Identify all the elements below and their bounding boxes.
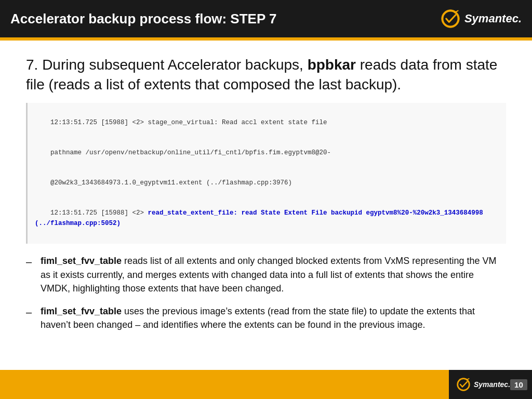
code-line3: @20w2k3_1343684973.1.0_egyptvm11.extent …	[50, 179, 292, 187]
step-bold-word: bpbkar	[308, 57, 356, 73]
step-intro-text: 7. During subsequent Accelerator backups…	[26, 57, 308, 73]
bullet-text-1: fiml_set_fvv_table reads list of all ext…	[41, 254, 506, 295]
symantec-logo-icon	[441, 9, 460, 29]
bullet2-bold: fiml_set_fvv_table	[41, 306, 122, 316]
page-number: 10	[510, 379, 527, 390]
code-line1: 12:13:51.725 [15988] <2> stage_one_virtu…	[50, 119, 327, 126]
code-block: 12:13:51.725 [15988] <2> stage_one_virtu…	[26, 103, 506, 244]
bullet-item-1: – fiml_set_fvv_table reads list of all e…	[26, 254, 506, 295]
bullet-text-2: fiml_set_fvv_table uses the previous ima…	[41, 304, 506, 331]
footer-symantec-logo-icon	[456, 377, 471, 392]
bullet-dash-2: –	[26, 304, 41, 320]
code-line4: 12:13:51.725 [15988] <2>	[50, 209, 148, 217]
header: Accelerator backup process flow: STEP 7 …	[0, 0, 532, 37]
footer-gold-bar	[0, 370, 449, 399]
header-logo-text: Symantec.	[464, 12, 522, 25]
slide-title: Accelerator backup process flow: STEP 7	[10, 11, 276, 27]
footer-right: Symantec. 10	[449, 370, 532, 399]
bullet-item-2: – fiml_set_fvv_table uses the previous i…	[26, 304, 506, 331]
code-line2: pathname /usr/openv/netbackup/online_uti…	[50, 149, 331, 156]
footer-logo-text: Symantec.	[474, 380, 510, 389]
footer: Symantec. 10	[0, 370, 532, 399]
svg-line-5	[467, 379, 469, 380]
header-logo: Symantec.	[441, 9, 522, 29]
bullet-dash-1: –	[26, 254, 41, 270]
footer-logo: Symantec.	[456, 377, 510, 392]
step-intro-paragraph: 7. During subsequent Accelerator backups…	[26, 55, 506, 95]
bullet1-bold: fiml_set_fvv_table	[41, 256, 122, 266]
main-content: 7. During subsequent Accelerator backups…	[0, 41, 532, 370]
